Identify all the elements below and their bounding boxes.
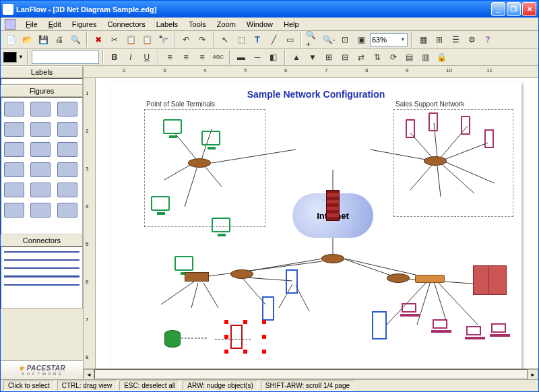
bring-front-button[interactable]: ▲ [289,50,304,65]
sales-router[interactable] [424,156,447,166]
open-button[interactable]: 📂 [20,32,34,47]
properties-button[interactable]: ⚙ [464,32,479,47]
sales-laptop[interactable] [466,326,481,335]
new-button[interactable]: 📄 [3,32,18,47]
align-left-button[interactable]: ≡ [162,50,177,65]
bold-button[interactable]: B [107,50,122,65]
horizontal-scrollbar[interactable]: ◄ ► [84,368,538,379]
scroll-left-button[interactable]: ◄ [84,369,94,379]
shadow-button[interactable]: ◧ [266,50,281,65]
find-button[interactable]: 🔭 [156,32,170,47]
zoom-out-button[interactable]: 🔍- [321,32,336,47]
distribute-button[interactable]: ▥ [418,50,433,65]
shape-rack[interactable] [30,203,51,218]
save-button[interactable]: 💾 [36,32,51,47]
ungroup-button[interactable]: ⊟ [338,50,352,65]
grid-button[interactable]: ▦ [416,32,431,47]
maximize-button[interactable]: ❐ [507,2,521,16]
workstation-tower[interactable] [262,296,274,321]
pos-terminal[interactable] [151,196,170,211]
select-tool[interactable]: ⬚ [234,32,249,47]
connectors-pane-header[interactable]: Connectors [1,234,83,247]
zoom-in-button[interactable]: 🔍+ [305,32,320,47]
small-caps-button[interactable]: ABC [211,50,226,65]
shape-wireless[interactable] [4,203,24,218]
shape-patch[interactable] [57,183,77,197]
layers-button[interactable]: ☰ [448,32,463,47]
send-back-button[interactable]: ▼ [305,50,320,65]
shape-hub[interactable] [57,162,77,177]
connector-dashed[interactable] [4,259,80,261]
labels-pane[interactable] [1,78,83,85]
lock-button[interactable]: 🔒 [435,50,449,65]
connector-thick[interactable] [4,267,80,269]
sales-laptop[interactable] [402,303,416,313]
sales-laptop[interactable] [491,323,506,333]
print-button[interactable]: 🖨 [52,32,67,47]
server-rack[interactable] [488,265,507,295]
router[interactable] [387,273,410,283]
paste-button[interactable]: 📋 [139,32,154,47]
minimize-button[interactable]: _ [491,2,505,16]
delete-button[interactable]: ✖ [91,32,106,47]
line-tool[interactable]: ╱ [266,32,281,47]
router[interactable] [230,269,253,279]
text-tool[interactable]: T [250,32,265,47]
scroll-right-button[interactable]: ► [528,369,538,379]
connector-dotted[interactable] [4,275,80,277]
underline-button[interactable]: U [139,50,154,65]
align-right-button[interactable]: ≡ [195,50,210,65]
core-router[interactable] [321,254,344,263]
redo-button[interactable]: ↷ [195,32,210,47]
shape-router[interactable] [57,142,77,157]
menu-help[interactable]: Help [279,19,304,30]
switch[interactable] [185,272,209,282]
pos-terminal[interactable] [163,119,182,134]
connector-arrow[interactable] [4,284,80,286]
sales-server[interactable] [461,116,470,135]
snap-button[interactable]: ⊞ [432,32,447,47]
pos-terminal[interactable] [212,218,230,232]
mdi-icon[interactable] [5,19,15,30]
sales-server[interactable] [484,129,494,148]
rect-tool[interactable]: ▭ [282,32,297,47]
flip-h-button[interactable]: ⇄ [354,50,369,65]
selection-handles[interactable] [226,322,264,352]
font-combo[interactable] [32,51,99,64]
menu-connectors[interactable]: Connectors [102,19,150,30]
rotate-button[interactable]: ⟳ [386,50,401,65]
shape-workstation[interactable] [57,122,77,137]
workstation-tower[interactable] [372,311,387,339]
sales-server[interactable] [406,119,415,138]
zoom-combo[interactable]: 63%▼ [370,33,408,46]
pos-terminal[interactable] [175,256,193,271]
shape-router-flat[interactable] [30,142,51,157]
help-button[interactable]: ? [480,32,495,47]
copy-button[interactable]: 📋 [123,32,138,47]
shape-mainframe[interactable] [4,142,24,157]
zoom-fit-button[interactable]: ⊡ [338,32,352,47]
workstation-tower[interactable] [286,269,298,294]
shape-server[interactable] [57,102,77,117]
menu-tools[interactable]: Tools [184,19,211,30]
fill-button[interactable]: ▬ [234,50,249,65]
menu-zoom[interactable]: Zoom [212,19,241,30]
menu-labels[interactable]: Labels [152,19,183,30]
shape-laptop[interactable] [30,122,51,137]
undo-button[interactable]: ↶ [179,32,193,47]
shape-printer[interactable] [30,102,51,117]
diagram-canvas[interactable]: Sample Network Configuration [96,78,538,368]
diagram-title[interactable]: Sample Network Configuration [110,89,521,100]
shape-disk[interactable] [57,203,77,218]
labels-pane-header[interactable]: Labels [1,66,83,78]
firewall[interactable] [326,190,340,221]
shape-monitor[interactable] [4,102,24,117]
database[interactable] [164,330,181,348]
menu-file[interactable]: File [21,19,42,30]
group-button[interactable]: ⊞ [321,50,336,65]
shape-stack[interactable] [30,183,51,197]
line-style-button[interactable]: ─ [250,50,265,65]
menu-figures[interactable]: Figures [67,19,102,30]
switch[interactable] [415,275,445,283]
connector-solid[interactable] [4,251,80,253]
